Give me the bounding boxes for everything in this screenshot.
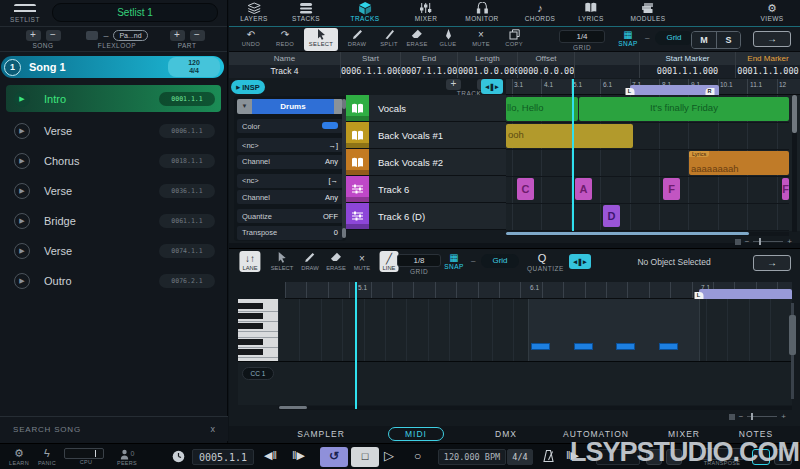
play-icon[interactable]: ▶ [14, 243, 30, 259]
quantize-row[interactable]: Quantize OFF [237, 209, 343, 223]
section-row-intro[interactable]: ▶ Intro 0001.1.1 [6, 85, 221, 112]
length-value[interactable]: 0001.0.0.000 [458, 65, 518, 78]
clip-vocals-b[interactable]: It's finally Friday [579, 97, 789, 121]
glue-tool-button[interactable]: GLUE [431, 28, 465, 51]
preset-dropdown[interactable]: ▼ Drums [237, 99, 343, 114]
draw-tool-button[interactable]: DRAW [340, 28, 374, 51]
play-icon[interactable]: ▶ [14, 123, 30, 139]
section-row-verse3[interactable]: ▶ Verse 0074.1.1 [6, 239, 221, 262]
play-icon[interactable]: ▶ [14, 183, 30, 199]
section-row-outro[interactable]: ▶ Outro 0076.2.1 [6, 269, 221, 292]
editor-vzoom-slider[interactable] [791, 303, 794, 399]
setlist-name[interactable]: Setlist 1 [52, 3, 218, 22]
section-row-chorus[interactable]: ▶ Chorus 0018.1.1 [6, 149, 221, 172]
add-track-button[interactable]: + [446, 79, 461, 90]
timeline-vscrollbar[interactable] [792, 95, 797, 232]
search-clear-button[interactable]: x [211, 424, 216, 434]
timeline[interactable]: 3.1 4.1 5.1 6.1 7.1 8.1 9.1 10.1 11.1 12… [506, 79, 800, 243]
timeline-zoom-controls[interactable]: −+ [735, 237, 792, 246]
nav-mixer[interactable]: MIXER [415, 2, 438, 22]
timeline-ruler[interactable]: 3.1 4.1 5.1 6.1 7.1 8.1 9.1 10.1 11.1 12… [506, 79, 800, 95]
play-icon[interactable]: ▶ [14, 273, 30, 289]
midi-note[interactable] [659, 343, 678, 350]
nav-chords[interactable]: ♪ CHORDS [525, 2, 556, 22]
song-row[interactable]: 1 Song 1 120 4/4 [1, 56, 224, 78]
section-row-verse1[interactable]: ▶ Verse 0006.1.1 [6, 119, 221, 142]
section-row-verse2[interactable]: ▶ Verse 0036.1.1 [6, 179, 221, 202]
track-row-track6d[interactable]: Track 6 (D) [346, 203, 506, 230]
undo-button[interactable]: ↶ UNDO [234, 28, 268, 51]
clip-backvocals2[interactable]: Lyrics aaaaaaaah [689, 151, 789, 175]
start-marker-value[interactable]: 0001.1.1.000 [640, 65, 736, 78]
editor-grid-mode-pill[interactable]: Grid [481, 254, 519, 268]
transpose-row[interactable]: Transpose 0 [237, 226, 343, 240]
flexloop-value[interactable]: Pa...nd [113, 30, 147, 41]
chord-marker[interactable]: A [575, 178, 592, 200]
play-icon[interactable]: ▶ [14, 213, 30, 229]
bpm-display[interactable]: 120.000 BPM [438, 449, 506, 465]
nav-modules[interactable]: MODULES [631, 2, 666, 22]
nav-stacks[interactable]: STACKS [292, 2, 320, 22]
cc-lane-selector[interactable]: CC 1 [242, 367, 274, 380]
mute-button[interactable]: M [692, 32, 716, 48]
section-row-bridge[interactable]: ▶ Bridge 0061.1.1 [6, 209, 221, 232]
copy-tool-button[interactable]: COPY [497, 28, 531, 51]
editor-snap-toggle[interactable]: ▦ SNAP [439, 252, 469, 270]
inspector-toggle-button[interactable]: ▶ INSP [231, 80, 265, 94]
chord-marker[interactable]: F [663, 178, 680, 200]
editor-mute-button[interactable]: × MUTE [354, 252, 370, 271]
loop-left-marker[interactable]: L [626, 88, 635, 95]
end-marker-value[interactable]: 0001.1.1.000 [736, 65, 800, 78]
clip-marker-d[interactable]: D [603, 205, 620, 227]
color-swatch[interactable] [322, 122, 338, 131]
clip-backvocals1[interactable]: ooh [506, 124, 633, 148]
quantize-button[interactable]: Q QUANTIZE [527, 252, 557, 272]
chord-marker[interactable]: C [517, 178, 534, 200]
loop-button[interactable]: ↺ [320, 447, 348, 467]
editor-playhead[interactable] [355, 282, 357, 409]
stop-button[interactable]: □ [351, 447, 379, 467]
track-row-backvocals2[interactable]: Back Vocals #2 [346, 149, 506, 176]
nav-lyrics[interactable]: LYRICS [578, 2, 603, 22]
track-row-vocals[interactable]: Vocals [346, 95, 506, 122]
nav-tracks[interactable]: TRACKS [351, 2, 380, 22]
editor-draw-button[interactable]: DRAW [301, 252, 319, 271]
input-channel-row[interactable]: Channel Any [237, 155, 343, 169]
mute-tool-button[interactable]: × MUTE [464, 28, 498, 51]
tab-midi[interactable]: MIDI [388, 427, 444, 441]
toolbar-arrow-button[interactable]: → [753, 31, 791, 47]
piano-keys[interactable] [238, 299, 278, 361]
midi-note[interactable] [574, 343, 593, 350]
midi-note[interactable] [531, 343, 550, 350]
lane-tool-button[interactable]: ↓↑ LANE [239, 251, 260, 272]
play-icon[interactable]: ▶ [14, 91, 30, 107]
add-part-button[interactable]: + [170, 30, 185, 41]
color-row[interactable]: Color [237, 119, 343, 133]
panic-button[interactable]: ϟ PANIC [34, 447, 60, 466]
track-name-value[interactable]: Track 4 [229, 65, 341, 78]
nav-monitor[interactable]: MONITOR [465, 2, 498, 22]
learn-button[interactable]: ⚙ LEARN [6, 447, 32, 466]
editor-ruler[interactable]: 5.1 6.1 7.1 L [285, 282, 792, 299]
playhead[interactable] [572, 79, 574, 231]
nav-layers[interactable]: LAYERS [240, 2, 268, 22]
redo-button[interactable]: ↷ REDO [268, 28, 302, 51]
step-back-button[interactable]: ◀‖ [264, 449, 277, 462]
add-song-button[interactable]: + [26, 30, 41, 41]
track-row-track6[interactable]: Track 6 [346, 176, 506, 203]
midi-note[interactable] [616, 343, 635, 350]
editor-zoom-controls[interactable]: −+ [729, 412, 786, 421]
editor-erase-button[interactable]: ERASE [326, 252, 346, 271]
snap-toggle[interactable]: ▦ SNAP [613, 29, 643, 47]
editor-grid-value[interactable]: 1/8 [397, 254, 441, 267]
clip-vocals-a[interactable]: llo, Hello [506, 97, 578, 121]
editor-loop-left-marker[interactable]: L [695, 292, 704, 299]
loop-right-marker[interactable]: R [706, 88, 715, 95]
midi-output-row[interactable]: <nc> [→ [237, 174, 343, 188]
remove-song-button[interactable]: − [46, 30, 61, 41]
cc-lane[interactable]: CC 1 [238, 361, 792, 405]
timesig-display[interactable]: 4/4 [507, 449, 533, 465]
editor-select-button[interactable]: SELECT [271, 252, 294, 271]
peers-indicator[interactable]: 0 PEERS [112, 447, 142, 466]
setlist-menu-icon[interactable] [14, 4, 36, 14]
